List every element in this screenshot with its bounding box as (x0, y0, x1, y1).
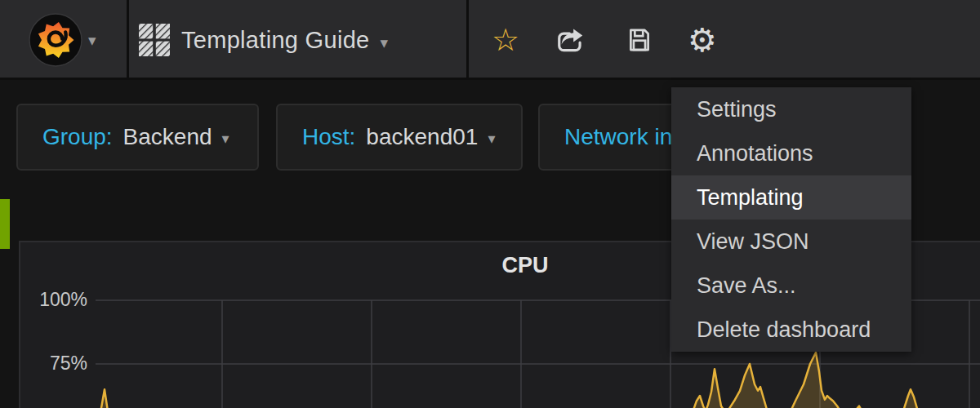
variable-label: Group: (42, 124, 113, 150)
menu-item-view-json[interactable]: View JSON (671, 220, 911, 264)
y-axis-tick-75: 75% (24, 353, 87, 375)
menu-item-annotations[interactable]: Annotations (671, 131, 911, 175)
y-axis-tick-100: 100% (24, 289, 87, 311)
chevron-down-icon[interactable]: ▾ (88, 0, 96, 80)
menu-item-templating[interactable]: Templating (671, 175, 911, 220)
dashboard-title: Templating Guide (181, 27, 369, 54)
dashboard-grid-icon (139, 24, 170, 56)
menu-item-save-as[interactable]: Save As... (671, 264, 911, 308)
menu-item-delete-dashboard[interactable]: Delete dashboard (671, 308, 911, 352)
navbar-divider (466, 0, 469, 80)
grafana-dashboard: CPU 100% 75% Group: Backend ▾ Host: back… (0, 0, 980, 408)
share-icon[interactable] (555, 0, 586, 80)
variable-value: Backend (123, 124, 212, 150)
navbar: ▾ Templating Guide ▾ (0, 0, 980, 80)
chevron-down-icon: ▾ (380, 33, 388, 52)
variable-dropdown-group[interactable]: Group: Backend ▾ (16, 104, 259, 171)
chevron-down-icon: ▾ (222, 130, 229, 148)
variable-dropdown-host[interactable]: Host: backend01 ▾ (276, 104, 523, 171)
menu-item-settings[interactable]: Settings (671, 87, 911, 131)
dashboard-picker[interactable]: Templating Guide ▾ (139, 0, 388, 80)
grafana-logo[interactable] (28, 12, 83, 68)
row-color-bar (0, 199, 10, 249)
chevron-down-icon: ▾ (488, 130, 495, 148)
variable-value: backend01 (366, 124, 478, 150)
settings-menu: Settings Annotations Templating View JSO… (671, 87, 911, 352)
save-icon[interactable] (626, 0, 653, 80)
star-icon[interactable]: ☆ (492, 0, 519, 80)
gear-icon[interactable]: ⚙ (688, 0, 717, 80)
variable-label: Network in (564, 124, 672, 150)
navbar-divider (127, 0, 129, 80)
variable-label: Host: (302, 124, 355, 150)
